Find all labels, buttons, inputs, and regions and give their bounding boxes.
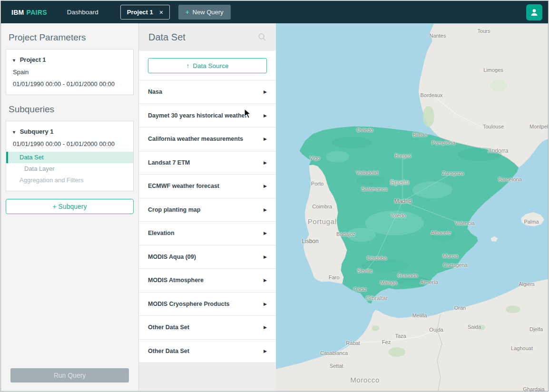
user-icon [530, 8, 539, 16]
dataset-row[interactable]: MODIS Aqua (09) ▶ [139, 245, 276, 269]
dataset-list: Nasa ▶ Daymet 30 years historical weathe… [139, 80, 276, 363]
dataset-row-label: California weather measurements [148, 136, 243, 142]
search-icon[interactable] [258, 33, 266, 41]
project-name: Project 1 [20, 56, 46, 63]
tab-label: Project 1 [127, 9, 153, 16]
upload-arrow-icon: ↑ [186, 62, 190, 69]
subquery-card[interactable]: ▾ Subquery 1 01/01/1990 00:00 - 01/01/20… [6, 121, 134, 191]
data-source-button[interactable]: ↑ Data Source [148, 58, 267, 73]
chevron-right-icon: ▶ [264, 184, 267, 188]
map-panel[interactable]: NantesToursLimogesBordeauxToulouseMontpe… [276, 23, 548, 391]
add-subquery-label: Subquery [59, 203, 87, 210]
step-data-layer[interactable]: Data Layer [6, 163, 133, 175]
top-navbar: IBMPAIRS Dashboard Project 1 × + New Que… [1, 1, 548, 23]
chevron-right-icon: ▶ [264, 302, 267, 306]
dataset-row[interactable]: Landsat 7 ETM ▶ [139, 151, 276, 175]
dataset-row-label: MODIS Aqua (09) [148, 254, 196, 260]
project-date-range: 01/01/1990 00:00 - 01/01/2000 00:00 [6, 78, 133, 90]
dataset-row-label: Daymet 30 years historical weather [148, 112, 247, 119]
caret-down-icon: ▾ [13, 58, 15, 63]
caret-down-icon: ▾ [13, 129, 15, 135]
project-card[interactable]: ▾ Project 1 Spain 01/01/1990 00:00 - 01/… [6, 49, 134, 95]
chevron-right-icon: ▶ [264, 137, 267, 141]
subquery-date-range: 01/01/1990 00:00 - 01/01/2000 00:00 [6, 138, 133, 150]
dataset-row-label: MODIS Cryosphere Products [148, 301, 230, 307]
dataset-row[interactable]: Other Data Set ▶ [139, 315, 276, 339]
chevron-right-icon: ▶ [264, 113, 267, 118]
app-window: IBMPAIRS Dashboard Project 1 × + New Que… [0, 0, 549, 392]
sidebar-title: Project Parameters [1, 23, 138, 49]
chevron-right-icon: ▶ [264, 231, 267, 235]
brand-logo[interactable]: IBMPAIRS [11, 9, 47, 16]
subqueries-title: Subqueries [1, 95, 138, 121]
dataset-row[interactable]: Elevation ▶ [139, 221, 276, 245]
dataset-panel: Data Set ↑ Data Source Nasa ▶ Daymet 30 … [139, 23, 276, 391]
project-sidebar: Project Parameters ▾ Project 1 Spain 01/… [1, 23, 139, 391]
chevron-right-icon: ▶ [264, 325, 267, 330]
dataset-row[interactable]: ECMWF weather forecast ▶ [139, 174, 276, 198]
close-icon[interactable]: × [159, 10, 163, 15]
dataset-panel-header: Data Set [139, 23, 276, 51]
project-region: Spain [6, 66, 133, 78]
new-query-button[interactable]: + New Query [178, 5, 231, 20]
plus-icon: + [186, 9, 189, 16]
tab-project-1[interactable]: Project 1 × [120, 5, 170, 20]
dataset-row-label: MODIS Atmosphere [148, 277, 204, 284]
run-query-button[interactable]: Run Query [10, 368, 129, 382]
dataset-row[interactable]: MODIS Cryosphere Products ▶ [139, 292, 276, 316]
project-card-header[interactable]: ▾ Project 1 [6, 54, 133, 66]
chevron-right-icon: ▶ [264, 255, 267, 259]
dataset-row[interactable]: MODIS Atmosphere ▶ [139, 268, 276, 292]
chevron-right-icon: ▶ [264, 207, 267, 212]
add-subquery-button[interactable]: + Subquery [6, 199, 134, 214]
nav-item-dashboard[interactable]: Dashboard [67, 9, 98, 16]
dataset-row[interactable]: Daymet 30 years historical weather ▶ [139, 104, 276, 127]
dataset-panel-title: Data Set [148, 32, 186, 43]
subquery-steps: Data Set Data Layer Aggregation and Filt… [6, 152, 133, 186]
chevron-right-icon: ▶ [264, 278, 267, 283]
step-data-set[interactable]: Data Set [6, 152, 133, 163]
data-source-area: ↑ Data Source [139, 51, 276, 80]
dataset-row-label: Other Data Set [148, 348, 189, 354]
user-avatar-button[interactable] [526, 4, 542, 20]
subquery-card-header[interactable]: ▾ Subquery 1 [6, 126, 133, 138]
dataset-row-label: Elevation [148, 230, 175, 236]
brand-ibm: IBM [11, 9, 24, 16]
subquery-name: Subquery 1 [20, 128, 54, 135]
chevron-right-icon: ▶ [264, 89, 267, 94]
chevron-right-icon: ▶ [264, 349, 267, 353]
new-query-label: New Query [193, 9, 224, 16]
dataset-row[interactable]: California weather measurements ▶ [139, 127, 276, 151]
dataset-row-label: Other Data Set [148, 324, 189, 331]
plus-icon: + [52, 203, 56, 210]
data-source-label: Data Source [193, 62, 228, 69]
dataset-row[interactable]: Nasa ▶ [139, 80, 276, 104]
step-aggregation-filters[interactable]: Aggregation and Filters [6, 175, 133, 186]
dataset-row-label: Landsat 7 ETM [148, 159, 190, 166]
dataset-row[interactable]: Crop planting map ▶ [139, 198, 276, 222]
brand-pairs: PAIRS [27, 9, 47, 16]
dataset-row-label: ECMWF weather forecast [148, 183, 219, 189]
map-graphic [276, 23, 548, 391]
dataset-row-label: Nasa [148, 88, 162, 95]
dataset-row-label: Crop planting map [148, 206, 200, 213]
dataset-row[interactable]: Other Data Set ▶ [139, 339, 276, 363]
chevron-right-icon: ▶ [264, 160, 267, 165]
